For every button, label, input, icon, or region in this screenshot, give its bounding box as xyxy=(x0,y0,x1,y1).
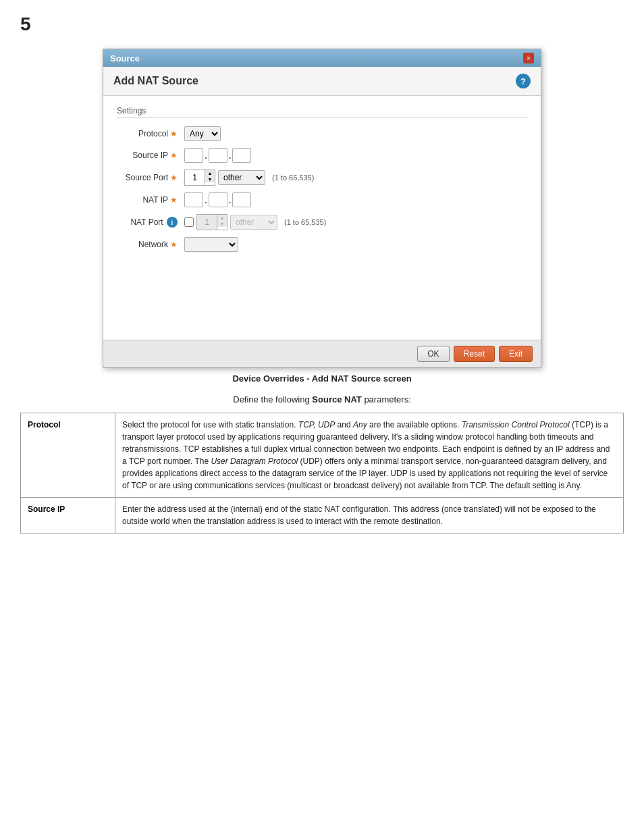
network-label: Network★ xyxy=(117,240,184,249)
source-port-range: (1 to 65,535) xyxy=(272,174,314,182)
table-desc-source-ip: Enter the address used at the (internal)… xyxy=(115,498,624,533)
settings-section: Settings Protocol★ Any TCP UDP Source IP xyxy=(117,106,527,252)
source-nat-bold: Source NAT xyxy=(312,394,361,405)
page-number: 5 xyxy=(20,14,624,35)
nat-ip-control: . . xyxy=(184,192,265,207)
nat-port-label: NAT Port i xyxy=(117,217,184,228)
dialog-body: Settings Protocol★ Any TCP UDP Source IP xyxy=(103,96,541,340)
source-port-value[interactable] xyxy=(185,170,205,185)
protocol-control: Any TCP UDP xyxy=(184,126,221,141)
source-port-label: Source Port★ xyxy=(117,173,184,182)
nat-port-control: ▲ ▼ other any (1 to 65,535) xyxy=(184,214,326,230)
network-required: ★ xyxy=(170,240,178,249)
source-ip-row: Source IP★ . . xyxy=(117,148,527,163)
network-row: Network★ xyxy=(117,237,527,252)
table-field-source-ip: Source IP xyxy=(21,498,115,533)
reset-button[interactable]: Reset xyxy=(454,346,495,362)
info-table: Protocol Select the protocol for use wit… xyxy=(20,413,624,533)
nat-ip-row: NAT IP★ . . xyxy=(117,192,527,207)
ok-button[interactable]: OK xyxy=(417,346,449,362)
nat-ip-octet1[interactable] xyxy=(184,192,203,207)
table-desc-protocol: Select the protocol for use with static … xyxy=(115,413,624,498)
protocol-label: Protocol★ xyxy=(117,129,184,138)
protocol-row: Protocol★ Any TCP UDP xyxy=(117,126,527,141)
dialog-header-title: Add NAT Source xyxy=(113,75,198,87)
nat-port-spinner-btns: ▲ ▼ xyxy=(217,215,227,230)
help-icon[interactable]: ? xyxy=(516,74,531,88)
nat-port-value[interactable] xyxy=(197,215,217,230)
source-port-up[interactable]: ▲ xyxy=(205,170,215,176)
protocol-required: ★ xyxy=(170,129,178,138)
source-port-spinner: ▲ ▼ xyxy=(184,170,215,186)
dialog-header: Add NAT Source ? xyxy=(103,67,541,96)
source-port-down[interactable]: ▼ xyxy=(205,176,215,182)
nat-port-row: NAT Port i ▲ ▼ other any xyxy=(117,214,527,230)
dialog-title: Source xyxy=(110,53,140,63)
nat-ip-octet3[interactable] xyxy=(232,192,251,207)
source-ip-label: Source IP★ xyxy=(117,151,184,160)
source-port-control: ▲ ▼ other any specific (1 to 65,535) xyxy=(184,170,314,186)
dialog-titlebar: Source × xyxy=(103,49,541,67)
source-port-required: ★ xyxy=(170,173,178,182)
source-port-type-select[interactable]: other any specific xyxy=(218,170,265,185)
table-row-source-ip: Source IP Enter the address used at the … xyxy=(21,498,624,533)
source-port-row: Source Port★ ▲ ▼ other any specific xyxy=(117,170,527,186)
protocol-select[interactable]: Any TCP UDP xyxy=(184,126,221,141)
dialog: Source × Add NAT Source ? Settings Proto… xyxy=(103,49,541,368)
nat-port-up[interactable]: ▲ xyxy=(217,215,227,221)
dialog-caption: Device Overrides - Add NAT Source screen xyxy=(20,373,624,384)
nat-ip-octet2[interactable] xyxy=(209,192,227,207)
table-field-protocol: Protocol xyxy=(21,413,115,498)
source-ip-octet3[interactable] xyxy=(232,148,251,163)
source-ip-required: ★ xyxy=(170,151,178,160)
dialog-footer: OK Reset Exit xyxy=(103,340,541,367)
nat-port-type-select[interactable]: other any xyxy=(230,215,277,230)
source-port-spinner-btns: ▲ ▼ xyxy=(205,170,215,185)
network-select[interactable] xyxy=(184,237,238,252)
nat-ip-dot-2: . xyxy=(229,195,232,205)
source-ip-octet2[interactable] xyxy=(209,148,227,163)
nat-port-checkbox[interactable] xyxy=(184,217,194,227)
dialog-close-button[interactable]: × xyxy=(523,53,534,63)
nat-port-info-icon[interactable]: i xyxy=(167,217,178,228)
nat-port-spinner: ▲ ▼ xyxy=(196,214,227,230)
nat-port-down[interactable]: ▼ xyxy=(217,221,227,227)
exit-button[interactable]: Exit xyxy=(499,346,533,362)
ip-dot-2: . xyxy=(229,151,232,161)
source-ip-control: . . xyxy=(184,148,265,163)
nat-ip-dot-1: . xyxy=(205,195,207,205)
source-ip-octet1[interactable] xyxy=(184,148,203,163)
network-control xyxy=(184,237,238,252)
settings-label: Settings xyxy=(117,106,527,118)
nat-ip-label: NAT IP★ xyxy=(117,195,184,205)
define-text: Define the following Source NAT paramete… xyxy=(20,394,624,405)
nat-ip-required: ★ xyxy=(170,195,178,205)
table-row-protocol: Protocol Select the protocol for use wit… xyxy=(21,413,624,498)
ip-dot-1: . xyxy=(205,151,207,161)
nat-port-range: (1 to 65,535) xyxy=(284,218,326,226)
